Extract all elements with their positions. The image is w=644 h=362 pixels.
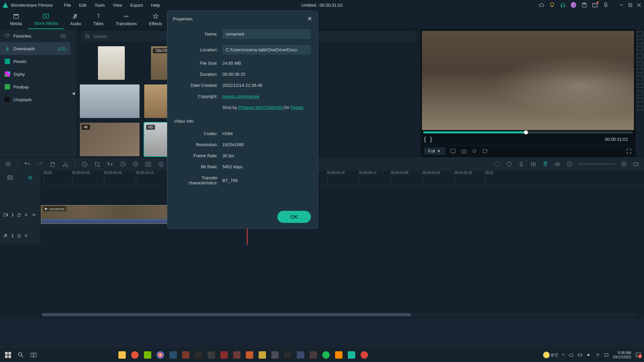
menu-view[interactable]: View [109,1,125,9]
mute-icon[interactable] [24,234,29,238]
tray-input-icon[interactable] [604,353,609,357]
taskbar-app[interactable] [206,350,217,360]
author-link[interactable]: Philippe WEICKMANN [238,105,283,110]
fullscreen-icon[interactable] [626,148,632,154]
export-frame-icon[interactable] [482,148,488,154]
timeline-scrollbar[interactable] [42,313,637,316]
preview-progress[interactable] [423,131,633,133]
zoom-slider[interactable] [578,164,615,165]
strip-box[interactable] [637,46,643,51]
mixer-icon[interactable] [530,161,537,168]
quality-dropdown[interactable]: Full▾ [424,147,445,155]
tab-media[interactable]: Media [4,10,28,29]
color-icon[interactable] [132,161,139,168]
delete-icon[interactable] [49,161,56,168]
sidebar-item-unsplash[interactable]: Unsplash [0,93,70,106]
tray-battery-icon[interactable] [578,353,583,357]
strip-box[interactable] [637,39,643,44]
taskbar-app[interactable] [321,350,331,360]
crop-icon[interactable] [94,161,101,168]
taskbar-app[interactable] [219,350,229,360]
menu-export[interactable]: Export [127,1,146,9]
voiceover-icon[interactable] [518,161,525,168]
maximize-button[interactable] [628,3,633,7]
weather-widget[interactable]: 8°C [543,352,558,358]
tab-effects[interactable]: Effects [143,10,168,29]
mark-out-button[interactable]: } [430,136,432,143]
strip-box[interactable] [637,54,643,58]
location-field[interactable]: C:/Users/usama talib/OneDrive/Docu [222,45,311,55]
save-icon[interactable] [582,2,587,8]
fit-icon[interactable] [633,161,639,168]
dialog-close-button[interactable]: ✕ [307,15,312,22]
taskbar-app[interactable] [270,350,280,360]
tray-volume-icon[interactable] [587,353,591,357]
preview-viewport[interactable] [422,31,634,130]
menu-tools[interactable]: Tools [91,1,108,9]
name-field[interactable]: unnamed [222,29,311,39]
mark-in-button[interactable]: { [424,136,426,143]
tray-wifi-icon[interactable] [595,353,600,357]
strip-box[interactable] [637,105,643,110]
auto-ripple-icon[interactable] [27,175,33,181]
mic-icon[interactable] [603,2,608,8]
taskbar-app[interactable] [244,350,255,360]
headset-icon[interactable] [560,2,566,8]
snapshot-icon[interactable] [461,148,467,154]
green-screen-icon[interactable] [145,161,152,168]
tab-stock-media[interactable]: Stock Media [28,10,64,29]
taskbar-app[interactable] [295,350,306,360]
zoom-in-icon[interactable] [621,161,627,168]
redo-icon[interactable] [37,161,43,168]
strip-box[interactable] [637,83,643,88]
track-layout-icon[interactable] [7,175,13,181]
zoom-out-icon[interactable] [566,161,573,168]
tab-audio[interactable]: Audio [64,10,87,29]
pexels-link[interactable]: Pexels [290,105,304,110]
taskbar-app[interactable] [359,350,370,360]
sidebar-item-pixabay[interactable]: Pixabay [0,80,70,93]
start-button[interactable] [3,350,13,360]
media-thumb[interactable] [144,84,168,118]
taskbar-app[interactable] [282,350,293,360]
mute-icon[interactable] [24,213,29,217]
taskbar-app[interactable] [257,350,268,360]
link-icon[interactable] [554,161,561,168]
cloud-icon[interactable] [539,2,544,8]
bulb-icon[interactable] [549,2,555,8]
ok-button[interactable]: OK [277,211,311,223]
timeline-ruler[interactable]: 00:00 00:00:04:25 00:00:09:20 00:00:14:1… [40,171,644,184]
menu-help[interactable]: Help [148,1,163,9]
strip-box[interactable] [637,32,643,36]
text-tool-icon[interactable]: T+ [107,161,113,168]
media-thumb[interactable] [98,46,125,80]
render-icon[interactable] [494,161,500,168]
keyframe-icon[interactable] [158,161,164,168]
lock-icon[interactable] [17,234,21,238]
notification-button[interactable]: 3 [635,352,641,358]
magnet-icon[interactable] [542,161,549,168]
sidebar-item-pexels[interactable]: Pexels [0,55,70,68]
volume-icon[interactable] [472,148,478,154]
task-view-button[interactable] [28,350,39,360]
tab-transitions[interactable]: Transitions [110,10,143,29]
sidebar-item-downloads[interactable]: Downloads(12) [0,42,70,55]
strip-box[interactable] [637,76,643,80]
display-icon[interactable] [450,148,456,154]
taskbar-app[interactable] [168,350,178,360]
menu-edit[interactable]: Edit [76,1,90,9]
undo-icon[interactable] [24,161,31,168]
taskbar-app[interactable] [231,350,242,360]
strip-box[interactable] [637,61,643,66]
visibility-icon[interactable] [32,213,36,217]
media-thumb[interactable] [80,84,140,118]
taskbar-app[interactable] [193,350,204,360]
lock-icon[interactable] [17,213,21,217]
system-clock[interactable]: 9:36 AM24/12/2022 [613,351,631,359]
menu-file[interactable]: File [61,1,74,9]
media-thumb[interactable]: 4K [80,123,140,156]
taskbar-app[interactable] [346,350,357,360]
account-avatar[interactable] [571,2,576,8]
minimize-button[interactable] [619,3,624,7]
taskbar-app[interactable] [180,350,191,360]
